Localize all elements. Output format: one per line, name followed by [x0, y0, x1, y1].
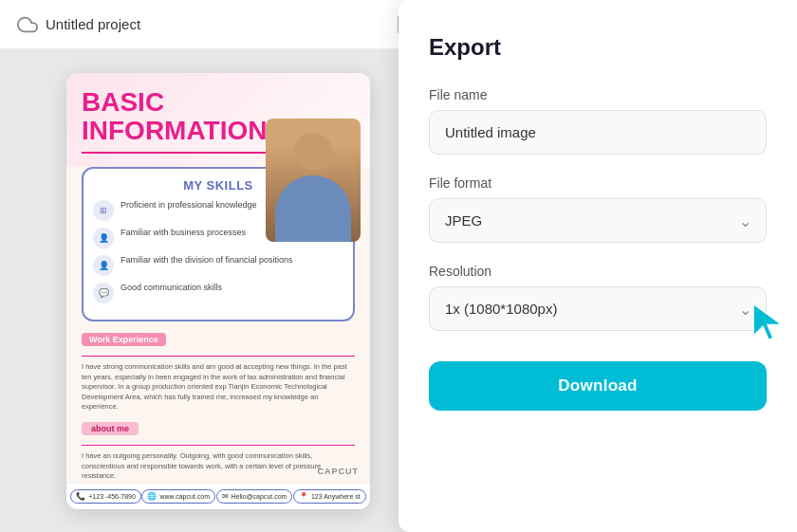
export-panel: Export File name File format JPEG PNG PD… — [398, 0, 797, 532]
about-separator — [82, 445, 355, 447]
work-text: I have strong communication skills and a… — [82, 362, 355, 413]
person-photo — [266, 119, 361, 242]
email-icon: ✉ — [222, 492, 229, 501]
file-format-label: File format — [429, 175, 767, 191]
canvas-area: Untitled project BASIC INFORMATION — [0, 0, 436, 532]
about-text: I have an outgoing personality. Outgoing… — [82, 451, 355, 482]
work-separator — [82, 356, 355, 358]
resolution-label: Resolution — [429, 264, 767, 279]
resolution-wrapper: 1x (1080*1080px) 2x (2160*2160px) 3x (32… — [429, 286, 767, 331]
phone-icon: 📞 — [76, 492, 85, 501]
contact-email: ✉ Hello@capcut.com — [216, 489, 293, 504]
file-name-label: File name — [429, 87, 767, 102]
download-button[interactable]: Download — [429, 361, 767, 411]
skill-text-4: Good communication skills — [120, 283, 222, 294]
resolution-select[interactable]: 1x (1080*1080px) 2x (2160*2160px) 3x (32… — [429, 286, 767, 331]
contact-phone: 📞 +123 -456-7890 — [70, 489, 141, 504]
skill-item-3: 👤 Familiar with the division of financia… — [93, 255, 343, 276]
skill-text-1: Proficient in professional knowledge — [120, 200, 257, 211]
contacts-bar: 📞 +123 -456-7890 🌐 www.capcut.com ✉ Hell… — [66, 483, 370, 509]
web-icon: 🌐 — [147, 492, 157, 501]
file-name-input[interactable] — [429, 110, 767, 155]
skill-text-3: Familiar with the division of financial … — [120, 255, 293, 266]
about-section: about me I have an outgoing personality.… — [82, 418, 355, 482]
topbar: Untitled project — [0, 0, 436, 49]
skill-icon-1: ⊞ — [93, 200, 114, 221]
skill-icon-3: 👤 — [93, 255, 114, 276]
file-format-wrapper: JPEG PNG PDF SVG GIF ⌄ — [429, 198, 767, 243]
contact-web: 🌐 www.capcut.com — [141, 489, 215, 504]
skill-icon-4: 💬 — [93, 283, 114, 303]
cloud-icon — [17, 14, 38, 35]
file-format-select[interactable]: JPEG PNG PDF SVG GIF — [429, 198, 767, 243]
work-title-label: Work Experience — [82, 333, 166, 346]
cursor-icon — [750, 300, 784, 345]
skill-icon-2: 👤 — [93, 228, 114, 248]
skill-item-4: 💬 Good communication skills — [93, 283, 343, 303]
contact-phone-text: +123 -456-7890 — [88, 493, 136, 500]
project-title: Untitled project — [46, 16, 140, 32]
person-head — [294, 133, 332, 171]
skill-text-2: Familiar with business processes — [120, 228, 246, 239]
person-body — [275, 175, 351, 242]
about-title-label: about me — [82, 422, 139, 435]
contact-address-text: 123 Anywhere st — [311, 493, 361, 500]
topbar-left: Untitled project — [17, 14, 140, 35]
contact-email-text: Hello@capcut.com — [232, 493, 287, 500]
capcut-label: CAPCUT — [318, 467, 360, 476]
work-experience-section: Work Experience I have strong communicat… — [82, 329, 355, 413]
canvas-preview: BASIC INFORMATION MY SKILLS ⊞ Proficient… — [0, 49, 436, 532]
location-icon: 📍 — [299, 492, 308, 501]
person-silhouette — [266, 119, 361, 242]
svg-marker-1 — [753, 303, 782, 339]
contact-web-text: www.capcut.com — [159, 493, 210, 500]
resume-card: BASIC INFORMATION MY SKILLS ⊞ Proficient… — [66, 73, 370, 509]
contact-address: 📍 123 Anywhere st — [293, 489, 366, 504]
export-title: Export — [429, 34, 767, 61]
